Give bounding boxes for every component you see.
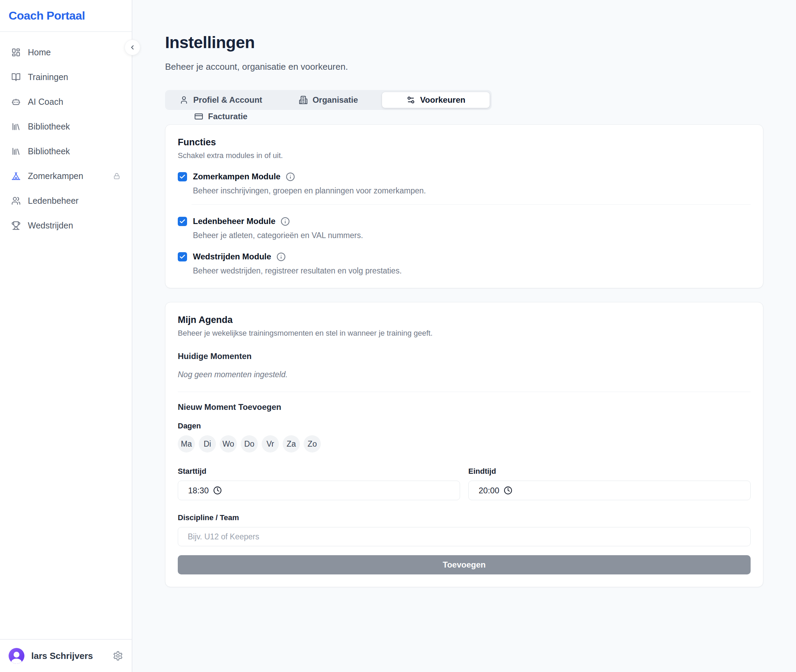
lock-icon [114, 173, 120, 179]
start-time-input[interactable]: 18:30 [178, 481, 460, 500]
day-pill-za[interactable]: Za [282, 435, 300, 453]
day-pill-vr[interactable]: Vr [262, 435, 279, 453]
trophy-icon [11, 221, 21, 230]
wedstrijden-module-checkbox[interactable] [178, 252, 187, 261]
user-icon [180, 96, 188, 104]
tab-organisatie[interactable]: Organisatie [275, 92, 382, 108]
module-label[interactable]: Wedstrijden Module [193, 252, 271, 261]
tab-profiel-account[interactable]: Profiel & Account [167, 92, 275, 108]
agenda-card: Mijn Agenda Beheer je wekelijkse trainin… [165, 302, 763, 587]
users-icon [11, 196, 21, 205]
sidebar-item-label: AI Coach [28, 97, 63, 107]
tab-voorkeuren[interactable]: Voorkeuren [382, 92, 489, 108]
info-icon[interactable] [286, 172, 295, 181]
clock-icon [504, 486, 512, 495]
sidebar-item-zomerkampen[interactable]: Zomerkampen [4, 166, 128, 186]
functies-subtitle: Schakel extra modules in of uit. [178, 151, 751, 160]
info-icon[interactable] [276, 252, 286, 261]
app-logo-wrap: Coach Portaal [0, 0, 132, 32]
page-title: Instellingen [165, 33, 763, 52]
start-time-label: Starttijd [178, 467, 460, 476]
library-icon [11, 122, 21, 131]
sidebar-item-wedstrijden[interactable]: Wedstrijden [4, 215, 128, 235]
day-pill-di[interactable]: Di [199, 435, 216, 453]
end-time-input[interactable]: 20:00 [468, 481, 751, 500]
module-label[interactable]: Zomerkampen Module [193, 172, 281, 181]
tab-label: Organisatie [313, 95, 358, 105]
sidebar-item-label: Bibliotheek [28, 146, 70, 156]
sidebar-item-label: Bibliotheek [28, 122, 70, 131]
dashboard-icon [11, 48, 21, 57]
current-moments-title: Huidige Momenten [178, 352, 751, 361]
sidebar-item-label: Ledenbeheer [28, 196, 79, 206]
gear-icon[interactable] [113, 651, 123, 661]
zomerkampen-module-checkbox[interactable] [178, 172, 187, 181]
sidebar: Coach Portaal Home Trainingen AI Coach B… [0, 0, 132, 672]
tab-label: Voorkeuren [420, 95, 465, 105]
agenda-title: Mijn Agenda [178, 315, 751, 325]
module-ledenbeheer: Ledenbeheer Module Beheer je atleten, ca… [178, 216, 751, 240]
toevoegen-button[interactable]: Toevoegen [178, 555, 751, 574]
module-label[interactable]: Ledenbeheer Module [193, 216, 275, 226]
end-time-label: Eindtijd [468, 467, 751, 476]
sidebar-item-label: Wedstrijden [28, 221, 73, 230]
module-description: Beheer inschrijvingen, groepen en planni… [193, 186, 751, 195]
no-moments-text: Nog geen momenten ingesteld. [178, 370, 751, 379]
credit-card-icon [194, 112, 203, 121]
ledenbeheer-module-checkbox[interactable] [178, 217, 187, 226]
functies-title: Functies [178, 137, 751, 148]
bot-icon [11, 97, 21, 107]
tab-label: Facturatie [208, 112, 247, 121]
day-pill-ma[interactable]: Ma [178, 435, 195, 453]
sidebar-item-label: Home [28, 47, 51, 58]
user-name: lars Schrijvers [31, 651, 93, 661]
sidebar-item-bibliotheek-2[interactable]: Bibliotheek [4, 141, 128, 161]
sidebar-item-ledenbeheer[interactable]: Ledenbeheer [4, 191, 128, 211]
book-open-icon [11, 72, 21, 82]
settings-tabbar: Profiel & Account Organisatie Voorkeuren… [165, 90, 492, 110]
days-label: Dagen [178, 422, 751, 430]
sidebar-item-bibliotheek-1[interactable]: Bibliotheek [4, 117, 128, 136]
page-subtitle: Beheer je account, organisatie en voorke… [165, 61, 763, 72]
sidebar-collapse-button[interactable] [125, 40, 140, 55]
sidebar-item-ai-coach[interactable]: AI Coach [4, 92, 128, 112]
sidebar-item-label: Zomerkampen [28, 171, 83, 181]
day-pill-do[interactable]: Do [241, 435, 258, 453]
library-icon [11, 147, 21, 156]
module-zomerkampen: Zomerkampen Module Beheer inschrijvingen… [178, 172, 751, 205]
discipline-label: Discipline / Team [178, 513, 751, 522]
tab-label: Profiel & Account [193, 95, 262, 105]
day-pill-zo[interactable]: Zo [303, 435, 321, 453]
divider [178, 392, 751, 392]
new-moment-title: Nieuw Moment Toevoegen [178, 402, 751, 412]
app-logo[interactable]: Coach Portaal [9, 9, 123, 22]
start-time-value: 18:30 [188, 486, 209, 495]
main-area: Instellingen Beheer je account, organisa… [132, 0, 796, 672]
sidebar-item-trainingen[interactable]: Trainingen [4, 67, 128, 87]
discipline-input[interactable] [178, 527, 751, 546]
day-pill-wo[interactable]: Wo [220, 435, 237, 453]
sidebar-item-label: Trainingen [28, 72, 68, 82]
tab-facturatie[interactable]: Facturatie [167, 109, 275, 124]
clock-icon [213, 486, 222, 495]
end-time-value: 20:00 [479, 486, 499, 495]
info-icon[interactable] [281, 217, 290, 226]
days-row: Ma Di Wo Do Vr Za Zo [178, 435, 751, 453]
sidebar-nav: Home Trainingen AI Coach Bibliotheek Bib… [0, 32, 132, 240]
module-description: Beheer wedstrijden, registreer resultate… [193, 266, 751, 275]
tent-icon [11, 171, 21, 181]
module-wedstrijden: Wedstrijden Module Beheer wedstrijden, r… [178, 252, 751, 275]
sidebar-footer: lars Schrijvers [0, 639, 132, 672]
functies-card: Functies Schakel extra modules in of uit… [165, 124, 763, 288]
module-description: Beheer je atleten, categorieën en VAL nu… [193, 231, 751, 240]
sidebar-item-home[interactable]: Home [4, 42, 128, 62]
chevron-left-icon [129, 44, 136, 51]
agenda-subtitle: Beheer je wekelijkse trainingsmomenten e… [178, 329, 751, 338]
avatar[interactable] [9, 648, 24, 664]
sliders-icon [406, 96, 416, 104]
building-icon [299, 96, 308, 104]
